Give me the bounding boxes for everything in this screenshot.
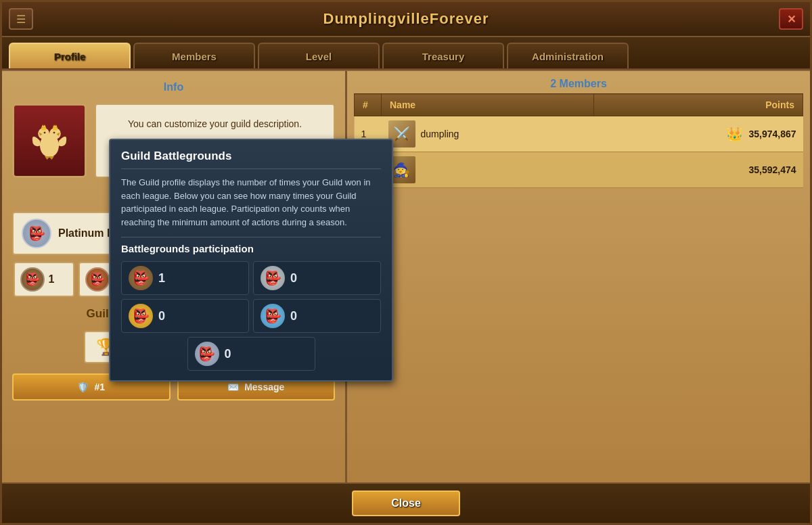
- tooltip-item-gold: 👺 0: [121, 299, 249, 333]
- tab-treasury[interactable]: Treasury: [382, 43, 504, 68]
- tooltip-silver-icon: 👺: [261, 266, 285, 290]
- guild-emblem-icon: [26, 117, 73, 164]
- tooltip-swamp-count: 1: [158, 271, 165, 286]
- tooltip-gold-count: 0: [158, 309, 165, 323]
- tooltip-gold-icon: 👺: [129, 304, 153, 328]
- svg-point-5: [44, 132, 46, 134]
- tooltip-diamond-count: 0: [290, 309, 297, 323]
- participation-swamp: 👺 1: [14, 262, 74, 297]
- name-cell: 🧙: [382, 152, 594, 188]
- member-points: 35,974,867: [748, 129, 796, 139]
- tooltip-platinum-count: 0: [225, 347, 231, 361]
- tooltip-item-swamp: 👺 1: [121, 261, 249, 295]
- description-text: You can customize your guild description…: [103, 118, 327, 129]
- table-row: 1 ⚔️ dumpling 👑: [355, 116, 803, 152]
- tooltip-sub-title: Battlegrounds participation: [121, 237, 381, 254]
- name-cell: ⚔️ dumpling: [382, 116, 594, 152]
- guild-emblem: [12, 104, 87, 178]
- info-header: Info: [12, 81, 335, 93]
- right-panel: 2 Members # Name Points 1: [347, 71, 810, 482]
- rank-shield-icon: 🛡️: [77, 382, 89, 392]
- battlegrounds-tooltip: Guild Battlegrounds The Guild profile di…: [109, 139, 393, 382]
- col-name: Name: [382, 94, 594, 116]
- message-btn-label: Message: [244, 382, 284, 392]
- close-button[interactable]: Close: [352, 490, 460, 516]
- bronze-icon: 👺: [85, 267, 110, 292]
- tooltip-body: The Guild profile displays the number of…: [121, 176, 381, 229]
- menu-button[interactable]: ☰: [9, 8, 33, 30]
- tooltip-item-diamond: 👺 0: [253, 299, 381, 333]
- svg-rect-8: [53, 127, 58, 130]
- message-icon: ✉️: [227, 382, 239, 392]
- members-table: # Name Points 1 ⚔️ dumpling: [354, 93, 803, 188]
- col-rank: #: [355, 94, 382, 116]
- window-title: DumplingvilleForever: [323, 10, 489, 28]
- members-header: 2 Members: [354, 78, 803, 90]
- tooltip-swamp-icon: 👺: [129, 266, 153, 290]
- tab-profile[interactable]: Profile: [9, 43, 131, 68]
- points-cell: 👑 35,974,867: [593, 116, 803, 152]
- points-cell: 35,592,474: [593, 152, 803, 188]
- main-window: ☰ DumplingvilleForever ✕ Profile Members…: [0, 0, 812, 525]
- platinum-league-icon: 👺: [22, 219, 51, 248]
- member-name: dumpling: [421, 129, 459, 139]
- window-footer: Close: [2, 482, 810, 523]
- tab-bar: Profile Members Level Treasury Administr…: [2, 37, 810, 70]
- window-close-button[interactable]: ✕: [779, 8, 803, 30]
- title-bar: ☰ DumplingvilleForever ✕: [2, 2, 810, 37]
- col-points: Points: [593, 94, 803, 116]
- rank-btn-label: #1: [94, 382, 105, 392]
- tooltip-grid: 👺 1 👺 0 👺 0 👺 0: [121, 261, 381, 333]
- tooltip-title: Guild Battlegrounds: [121, 150, 381, 169]
- crown-icon: 👑: [726, 126, 743, 142]
- tooltip-diamond-icon: 👺: [261, 304, 285, 328]
- swamp-count: 1: [49, 273, 55, 286]
- tooltip-item-platinum: 👺 0: [187, 337, 315, 371]
- tooltip-silver-count: 0: [290, 271, 297, 286]
- tab-members[interactable]: Members: [133, 43, 255, 68]
- tab-administration[interactable]: Administration: [507, 43, 629, 68]
- svg-rect-7: [41, 127, 46, 130]
- tooltip-platinum-icon: 👺: [195, 342, 219, 366]
- tab-level[interactable]: Level: [258, 43, 380, 68]
- tooltip-item-silver: 👺 0: [253, 261, 381, 295]
- svg-point-6: [53, 132, 55, 134]
- table-row: 2 🧙 35,592,474: [355, 152, 803, 188]
- swamp-icon: 👺: [20, 267, 45, 292]
